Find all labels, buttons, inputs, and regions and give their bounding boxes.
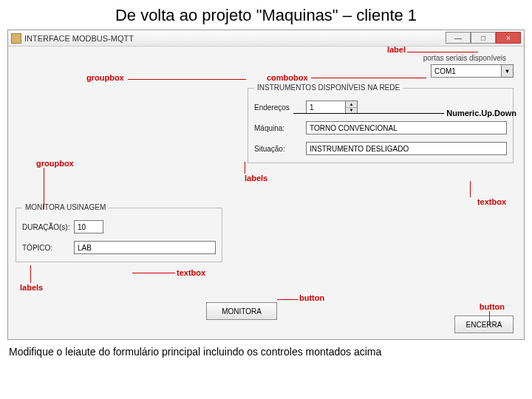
groupbox-monitor: MONITORA USINAGEM DURAÇÃO(s): 10 TÓPICO:…	[16, 208, 222, 262]
encerra-button[interactable]: ENCERRA	[454, 316, 514, 333]
ann-line	[293, 113, 444, 114]
endereco-numeric-input[interactable]	[307, 101, 345, 113]
topico-textbox[interactable]: LAB	[74, 241, 216, 254]
page-title: De volta ao projeto "Maquinas" – cliente…	[0, 0, 532, 30]
page-footer: Modifique o leiaute do formulário princi…	[0, 344, 532, 359]
topico-label: TÓPICO:	[22, 244, 74, 252]
ann-textbox-1: textbox	[477, 197, 506, 206]
ann-button-2: button	[480, 302, 505, 311]
situacao-textbox[interactable]: INSTRUMENTO DESLIGADO	[306, 142, 507, 155]
groupbox-instruments: INSTRUMENTOS DISPONÍVEIS NA REDE Endereç…	[248, 88, 514, 163]
app-window: INTERFACE MODBUS-MQTT — □ × portas seria…	[7, 30, 525, 340]
maquina-textbox[interactable]: TORNO CONVENCIONAL	[306, 121, 507, 134]
duracao-label: DURAÇÃO(s):	[22, 223, 74, 231]
ann-combobox: combobox	[267, 73, 308, 82]
ann-label: label	[387, 45, 406, 54]
ann-line	[44, 168, 44, 209]
endereco-label: Endereços	[254, 103, 306, 112]
app-icon	[11, 33, 21, 44]
ann-line	[311, 78, 426, 78]
chevron-down-icon[interactable]: ▼	[501, 65, 513, 77]
ann-line	[489, 311, 490, 324]
spin-down-icon[interactable]: ▼	[346, 108, 357, 114]
serial-ports-label: portas seriais disponíveis	[423, 54, 506, 62]
window-title: INTERFACE MODBUS-MQTT	[24, 34, 134, 43]
close-button[interactable]: ×	[496, 32, 521, 44]
ann-button-1: button	[299, 293, 324, 302]
spin-up-icon[interactable]: ▲	[346, 101, 357, 108]
ann-line	[245, 162, 245, 174]
maquina-label: Máquina:	[254, 124, 306, 132]
duracao-textbox[interactable]: 10	[74, 220, 103, 233]
titlebar: INTERFACE MODBUS-MQTT — □ ×	[8, 30, 524, 47]
situacao-label: Situação:	[254, 145, 306, 153]
monitora-button[interactable]: MONITORA	[206, 302, 277, 320]
ann-textbox-2: textbox	[177, 268, 205, 277]
ann-line	[132, 273, 175, 273]
maximize-button[interactable]: □	[471, 32, 496, 44]
ann-labels-2: labels	[20, 283, 43, 292]
ann-groupbox-1: groupbox	[86, 73, 124, 82]
groupbox-monitor-legend: MONITORA USINAGEM	[22, 203, 109, 211]
ann-line	[470, 181, 471, 197]
serial-ports-value: COM1	[434, 67, 456, 75]
ann-line	[277, 299, 298, 300]
client-area: portas seriais disponíveis COM1 ▼ INSTRU…	[8, 47, 524, 339]
ann-line	[407, 52, 478, 52]
ann-labels-1: labels	[245, 174, 267, 183]
minimize-button[interactable]: —	[446, 32, 471, 44]
ann-line	[30, 265, 31, 283]
serial-ports-combobox[interactable]: COM1 ▼	[431, 64, 514, 78]
ann-groupbox-2: groupbox	[36, 159, 74, 168]
ann-numeric: Numeric.Up.Down	[446, 109, 516, 117]
ann-line	[128, 79, 246, 80]
groupbox-instruments-legend: INSTRUMENTOS DISPONÍVEIS NA REDE	[254, 83, 403, 92]
endereco-numericupdown[interactable]: ▲▼	[306, 100, 358, 114]
